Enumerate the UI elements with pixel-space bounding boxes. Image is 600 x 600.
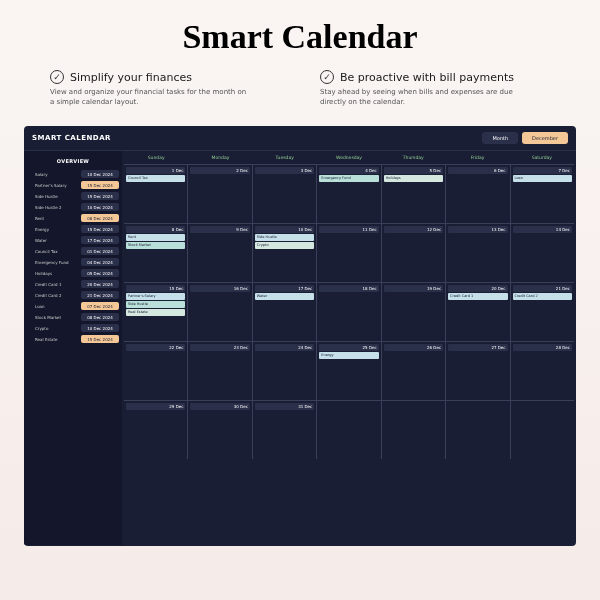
calendar-event[interactable]: Council Tax	[126, 175, 185, 182]
calendar-cell[interactable]: 31 Dec	[253, 401, 317, 459]
overview-item[interactable]: Salary10 Dec 2024	[27, 169, 119, 180]
calendar-cell[interactable]: 9 Dec	[188, 224, 252, 282]
calendar-cell[interactable]: 8 DecRentStock Market	[124, 224, 188, 282]
calendar-cell[interactable]: 28 Dec	[511, 342, 574, 400]
calendar-event[interactable]: Water	[255, 293, 314, 300]
cell-date: 22 Dec	[126, 344, 185, 351]
calendar-cell[interactable]: 4 DecEmergency Fund	[317, 165, 381, 223]
cell-date: 15 Dec	[126, 285, 185, 292]
calendar-cell[interactable]: 6 Dec	[446, 165, 510, 223]
calendar-cell[interactable]	[382, 401, 446, 459]
calendar-event[interactable]: Side Hustle	[126, 301, 185, 308]
overview-label: Partner's Salary	[27, 183, 67, 188]
calendar-event[interactable]: Emergency Fund	[319, 175, 378, 182]
calendar-event[interactable]: Energy	[319, 352, 378, 359]
overview-title: OVERVIEW	[27, 155, 119, 169]
calendar-cell[interactable]	[317, 401, 381, 459]
overview-label: Credit Card 1	[27, 282, 61, 287]
calendar-cell[interactable]: 23 Dec	[188, 342, 252, 400]
month-selector[interactable]: December	[522, 132, 568, 144]
app-header: SMART CALENDAR Month December	[24, 126, 576, 151]
overview-item[interactable]: Holidays05 Dec 2024	[27, 268, 119, 279]
calendar-event[interactable]: Rent	[126, 234, 185, 241]
overview-date: 17 Dec 2024	[81, 236, 119, 244]
calendar-week: 8 DecRentStock Market9 Dec10 DecSide Hus…	[124, 223, 574, 282]
calendar-cell[interactable]: 20 DecCredit Card 1	[446, 283, 510, 341]
calendar-cell[interactable]: 7 DecLoan	[511, 165, 574, 223]
calendar-cell[interactable]: 22 Dec	[124, 342, 188, 400]
overview-item[interactable]: Side Hustle 210 Dec 2024	[27, 202, 119, 213]
cell-date: 26 Dec	[384, 344, 443, 351]
calendar-cell[interactable]: 16 Dec	[188, 283, 252, 341]
calendar-event[interactable]: Loan	[513, 175, 572, 182]
calendar-cell[interactable]: 14 Dec	[511, 224, 574, 282]
overview-item[interactable]: Partner's Salary15 Dec 2024	[27, 180, 119, 191]
calendar-cell[interactable]: 11 Dec	[317, 224, 381, 282]
calendar-cell[interactable]: 25 DecEnergy	[317, 342, 381, 400]
calendar-event[interactable]: Credit Card 2	[513, 293, 572, 300]
feature-desc: Stay ahead by seeing when bills and expe…	[320, 88, 520, 108]
calendar-cell[interactable]: 30 Dec	[188, 401, 252, 459]
calendar-cell[interactable]: 21 DecCredit Card 2	[511, 283, 574, 341]
overview-item[interactable]: Crypto10 Dec 2024	[27, 323, 119, 334]
cell-date: 30 Dec	[190, 403, 249, 410]
overview-item[interactable]: Stock Market08 Dec 2024	[27, 312, 119, 323]
cell-date: 5 Dec	[384, 167, 443, 174]
calendar-event[interactable]: Credit Card 1	[448, 293, 507, 300]
cell-date: 19 Dec	[384, 285, 443, 292]
overview-item[interactable]: Water17 Dec 2024	[27, 235, 119, 246]
overview-label: Stock Market	[27, 315, 61, 320]
overview-item[interactable]: Side Hustle15 Dec 2024	[27, 191, 119, 202]
calendar-cell[interactable]: 26 Dec	[382, 342, 446, 400]
calendar-cell[interactable]: 29 Dec	[124, 401, 188, 459]
cell-date: 13 Dec	[448, 226, 507, 233]
cell-date: 21 Dec	[513, 285, 572, 292]
overview-date: 10 Dec 2024	[81, 203, 119, 211]
overview-item[interactable]: Energy15 Dec 2024	[27, 224, 119, 235]
calendar-week: 29 Dec30 Dec31 Dec	[124, 400, 574, 459]
calendar-cell[interactable]: 18 Dec	[317, 283, 381, 341]
calendar-event[interactable]: Stock Market	[126, 242, 185, 249]
calendar-cell[interactable]: 5 DecHolidays	[382, 165, 446, 223]
calendar-event[interactable]: Partner's Salary	[126, 293, 185, 300]
overview-label: Emergency Fund	[27, 260, 69, 265]
overview-item[interactable]: Real Estate15 Dec 2024	[27, 334, 119, 345]
overview-item[interactable]: Emergency Fund04 Dec 2024	[27, 257, 119, 268]
feature-title: Simplify your finances	[70, 71, 192, 84]
overview-label: Loan	[27, 304, 45, 309]
calendar-cell[interactable]: 24 Dec	[253, 342, 317, 400]
overview-label: Crypto	[27, 326, 48, 331]
view-selector[interactable]: Month	[482, 132, 518, 144]
overview-date: 08 Dec 2024	[81, 313, 119, 321]
calendar-cell[interactable]: 13 Dec	[446, 224, 510, 282]
calendar-cell[interactable]: 1 DecCouncil Tax	[124, 165, 188, 223]
overview-item[interactable]: Credit Card 221 Dec 2024	[27, 290, 119, 301]
cell-date: 25 Dec	[319, 344, 378, 351]
calendar-cell[interactable]: 27 Dec	[446, 342, 510, 400]
overview-label: Council Tax	[27, 249, 58, 254]
calendar-cell[interactable]: 12 Dec	[382, 224, 446, 282]
calendar-cell[interactable]: 17 DecWater	[253, 283, 317, 341]
features-row: Simplify your finances View and organize…	[0, 70, 600, 126]
calendar-cell[interactable]: 2 Dec	[188, 165, 252, 223]
overview-item[interactable]: Loan07 Dec 2024	[27, 301, 119, 312]
overview-item[interactable]: Council Tax01 Dec 2024	[27, 246, 119, 257]
calendar-event[interactable]: Side Hustle	[255, 234, 314, 241]
calendar-cell[interactable]: 10 DecSide HustleCrypto	[253, 224, 317, 282]
calendar-cell[interactable]	[511, 401, 574, 459]
calendar-cell[interactable]: 15 DecPartner's SalarySide HustleReal Es…	[124, 283, 188, 341]
check-icon	[50, 70, 64, 84]
calendar-event[interactable]: Real Estate	[126, 309, 185, 316]
overview-item[interactable]: Credit Card 120 Dec 2024	[27, 279, 119, 290]
calendar-cell[interactable]: 19 Dec	[382, 283, 446, 341]
cell-date: 24 Dec	[255, 344, 314, 351]
overview-label: Water	[27, 238, 47, 243]
calendar-event[interactable]: Crypto	[255, 242, 314, 249]
overview-item[interactable]: Rent08 Dec 2024	[27, 213, 119, 224]
overview-date: 15 Dec 2024	[81, 335, 119, 343]
day-header: Tuesday	[253, 151, 317, 164]
day-header: Monday	[188, 151, 252, 164]
calendar-event[interactable]: Holidays	[384, 175, 443, 182]
calendar-cell[interactable]: 3 Dec	[253, 165, 317, 223]
calendar-cell[interactable]	[446, 401, 510, 459]
